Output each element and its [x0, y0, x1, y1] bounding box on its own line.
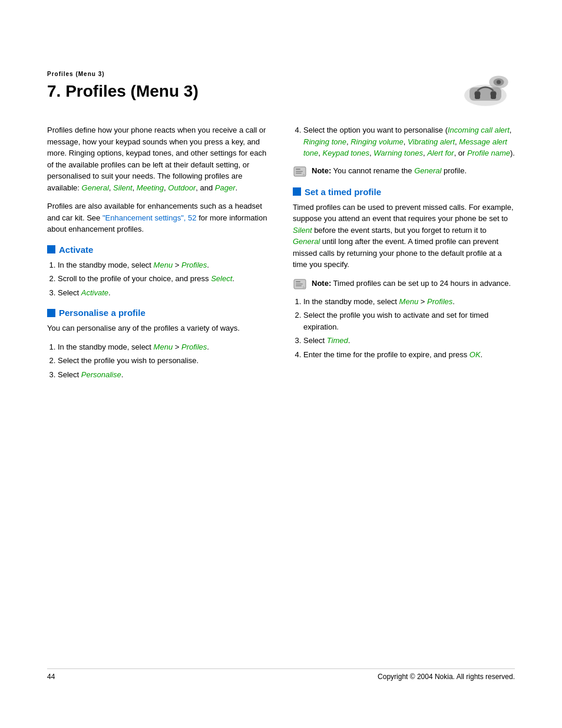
keypad-tones[interactable]: Keypad tones — [323, 149, 370, 157]
alert-for[interactable]: Alert for — [427, 149, 454, 157]
note-2: Note: Timed profiles can be set up to 24… — [293, 278, 515, 290]
note-1: Note: You cannot rename the General prof… — [293, 165, 515, 177]
svg-rect-6 — [491, 91, 496, 99]
activate-step-3: Select Activate. — [58, 287, 269, 299]
activate-select[interactable]: Select — [211, 274, 232, 283]
note-2-icon — [293, 278, 307, 290]
svg-rect-11 — [296, 169, 300, 170]
step4-list: Select the option you want to personalis… — [293, 124, 515, 159]
personalise-intro: You can personalise any of the profiles … — [47, 322, 269, 334]
timed-menu[interactable]: Menu — [399, 297, 419, 306]
timed-intro: Timed profiles can be used to prevent mi… — [293, 202, 515, 271]
personalise-heading: Personalise a profile — [47, 308, 269, 318]
timed-step-1: In the standby mode, select Menu > Profi… — [303, 296, 515, 308]
page-title: 7. Profiles (Menu 3) — [47, 82, 444, 101]
page: Profiles (Menu 3) 7. Profiles (Menu 3) — [0, 0, 562, 728]
meeting-link[interactable]: Meeting — [137, 183, 164, 192]
header-row: Profiles (Menu 3) 7. Profiles (Menu 3) — [47, 71, 515, 113]
timed-step-4: Enter the time for the profile to expire… — [303, 349, 515, 361]
vibrating-alert[interactable]: Vibrating alert — [408, 137, 455, 146]
svg-rect-18 — [296, 285, 302, 286]
activate-menu[interactable]: Menu — [154, 261, 173, 269]
outdoor-link[interactable]: Outdoor — [168, 183, 196, 192]
svg-rect-13 — [296, 173, 302, 174]
footer-copyright: Copyright © 2004 Nokia. All rights reser… — [378, 673, 515, 681]
timed-step-3: Select Timed. — [303, 335, 515, 347]
personalise-step-2: Select the profile you wish to personali… — [58, 355, 269, 367]
activate-step-1: In the standby mode, select Menu > Profi… — [58, 259, 269, 271]
personalise-menu[interactable]: Menu — [154, 342, 173, 351]
timed-ok[interactable]: OK — [470, 350, 481, 359]
svg-point-9 — [497, 80, 501, 84]
warning-tones[interactable]: Warning tones — [373, 149, 423, 157]
phone-image — [456, 71, 515, 112]
timed-profiles[interactable]: Profiles — [427, 297, 452, 306]
activate-activate[interactable]: Activate — [81, 288, 108, 297]
personalise-step-1: In the standby mode, select Menu > Profi… — [58, 341, 269, 353]
timed-timed[interactable]: Timed — [327, 336, 348, 345]
header-title-block: Profiles (Menu 3) 7. Profiles (Menu 3) — [47, 71, 444, 113]
content-columns: Profiles define how your phone reacts wh… — [47, 124, 515, 385]
incoming-call-alert[interactable]: Incoming call alert — [448, 126, 510, 134]
footer: 44 Copyright © 2004 Nokia. All rights re… — [47, 668, 515, 681]
svg-rect-16 — [296, 281, 300, 282]
general-link[interactable]: General — [82, 183, 109, 192]
personalise-step-3: Select Personalise. — [58, 369, 269, 381]
left-column: Profiles define how your phone reacts wh… — [47, 124, 269, 385]
enhancement-link[interactable]: "Enhancement settings", 52 — [103, 213, 197, 222]
phone-illustration — [459, 74, 512, 109]
footer-page-number: 44 — [47, 673, 55, 681]
personalise-personalise[interactable]: Personalise — [81, 370, 121, 379]
activate-steps-list: In the standby mode, select Menu > Profi… — [47, 259, 269, 299]
enhancement-paragraph: Profiles are also available for enhancem… — [47, 200, 269, 235]
timed-icon — [293, 187, 301, 196]
activate-heading: Activate — [47, 245, 269, 255]
ringing-tone[interactable]: Ringing tone — [303, 137, 346, 146]
personalise-profiles[interactable]: Profiles — [181, 342, 207, 351]
breadcrumb: Profiles (Menu 3) — [47, 71, 444, 77]
timed-silent[interactable]: Silent — [293, 226, 312, 235]
note-2-text: Note: Timed profiles can be set up to 24… — [312, 278, 511, 289]
timed-step-2: Select the profile you wish to activate … — [303, 309, 515, 332]
note-1-text: Note: You cannot rename the General prof… — [312, 165, 467, 177]
activate-profiles[interactable]: Profiles — [181, 261, 207, 269]
note-1-icon — [293, 166, 307, 177]
timed-general[interactable]: General — [293, 237, 320, 246]
silent-link[interactable]: Silent — [113, 183, 133, 192]
svg-rect-17 — [296, 284, 303, 285]
step-4: Select the option you want to personalis… — [303, 124, 515, 159]
profile-name[interactable]: Profile name — [467, 149, 510, 157]
note-1-general[interactable]: General — [414, 166, 441, 175]
svg-rect-12 — [296, 171, 303, 172]
pager-link[interactable]: Pager — [215, 183, 236, 192]
note-1-bold: Note: — [312, 166, 331, 175]
note-2-bold: Note: — [312, 279, 331, 288]
svg-rect-5 — [475, 91, 480, 99]
right-column: Select the option you want to personalis… — [293, 124, 515, 385]
personalise-steps-list: In the standby mode, select Menu > Profi… — [47, 341, 269, 381]
timed-steps-list: In the standby mode, select Menu > Profi… — [293, 296, 515, 361]
activate-step-2: Scroll to the profile of your choice, an… — [58, 273, 269, 285]
activate-icon — [47, 245, 55, 253]
personalise-icon — [47, 309, 55, 317]
timed-heading: Set a timed profile — [293, 187, 515, 197]
ringing-volume[interactable]: Ringing volume — [351, 137, 404, 146]
intro-paragraph: Profiles define how your phone reacts wh… — [47, 124, 269, 193]
